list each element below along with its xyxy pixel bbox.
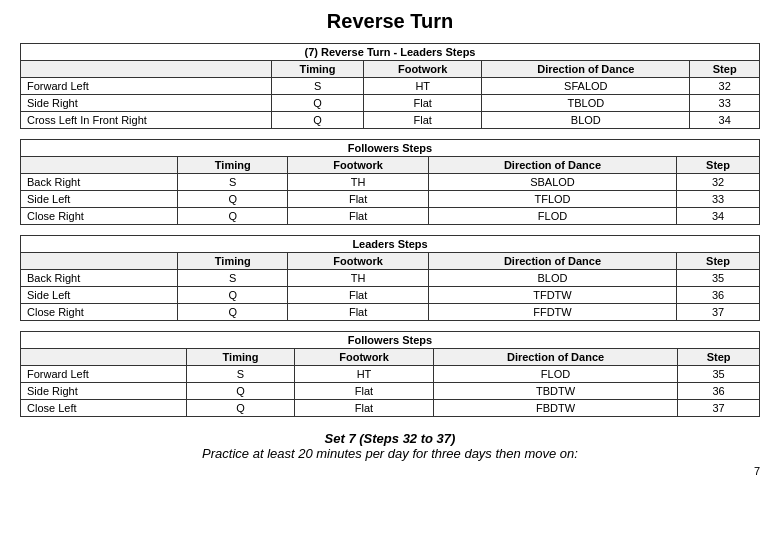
table-row: Cross Left In Front RightQFlatBLOD34 xyxy=(21,112,760,129)
cell-2: Flat xyxy=(295,383,434,400)
col-header: Timing xyxy=(271,61,363,78)
cell-1: S xyxy=(178,174,288,191)
cell-2: TH xyxy=(288,270,429,287)
cell-2: TH xyxy=(288,174,429,191)
section-followers-steps-2: Followers StepsTimingFootworkDirection o… xyxy=(20,331,760,417)
col-header: Timing xyxy=(178,157,288,174)
table-row: Close RightQFlatFLOD34 xyxy=(21,208,760,225)
cell-1: S xyxy=(186,366,294,383)
cell-2: Flat xyxy=(288,208,429,225)
section-followers-steps-1: Followers StepsTimingFootworkDirection o… xyxy=(20,139,760,225)
cell-4: 37 xyxy=(677,304,760,321)
cell-3: FLOD xyxy=(433,366,677,383)
section-label-2: Leaders Steps xyxy=(21,236,760,253)
table-row: Back RightSTHBLOD35 xyxy=(21,270,760,287)
cell-4: 36 xyxy=(678,383,760,400)
cell-3: BLOD xyxy=(482,112,690,129)
table-row: Back RightSTHSBALOD32 xyxy=(21,174,760,191)
cell-3: SBALOD xyxy=(428,174,676,191)
cell-3: FBDTW xyxy=(433,400,677,417)
cell-0: Cross Left In Front Right xyxy=(21,112,272,129)
col-header: Step xyxy=(690,61,760,78)
cell-0: Side Left xyxy=(21,191,178,208)
cell-3: SFALOD xyxy=(482,78,690,95)
cell-1: Q xyxy=(186,400,294,417)
cell-0: Close Left xyxy=(21,400,187,417)
footer-line2: Practice at least 20 minutes per day for… xyxy=(20,446,760,461)
cell-1: Q xyxy=(186,383,294,400)
cell-3: FFDTW xyxy=(428,304,676,321)
cell-2: Flat xyxy=(288,304,429,321)
cell-2: HT xyxy=(295,366,434,383)
cell-2: Flat xyxy=(364,95,482,112)
table-row: Forward LeftSHTSFALOD32 xyxy=(21,78,760,95)
col-header: Direction of Dance xyxy=(433,349,677,366)
page-title: Reverse Turn xyxy=(20,10,760,33)
cell-1: Q xyxy=(271,112,363,129)
section-label-1: Followers Steps xyxy=(21,140,760,157)
cell-0: Side Right xyxy=(21,95,272,112)
cell-2: Flat xyxy=(288,287,429,304)
cell-1: S xyxy=(271,78,363,95)
section-label-3: Followers Steps xyxy=(21,332,760,349)
cell-0: Back Right xyxy=(21,270,178,287)
table-row: Side RightQFlatTBDTW36 xyxy=(21,383,760,400)
cell-4: 32 xyxy=(677,174,760,191)
cell-0: Forward Left xyxy=(21,366,187,383)
cell-1: S xyxy=(178,270,288,287)
section-label-0: (7) Reverse Turn - Leaders Steps xyxy=(21,44,760,61)
cell-0: Close Right xyxy=(21,208,178,225)
table-row: Forward LeftSHTFLOD35 xyxy=(21,366,760,383)
col-header: Direction of Dance xyxy=(428,253,676,270)
cell-3: TBLOD xyxy=(482,95,690,112)
table-row: Side LeftQFlatTFDTW36 xyxy=(21,287,760,304)
cell-4: 33 xyxy=(690,95,760,112)
cell-4: 37 xyxy=(678,400,760,417)
col-header: Footwork xyxy=(288,157,429,174)
section-leaders-steps-1: (7) Reverse Turn - Leaders StepsTimingFo… xyxy=(20,43,760,129)
cell-1: Q xyxy=(178,191,288,208)
col-header: Direction of Dance xyxy=(482,61,690,78)
cell-0: Side Left xyxy=(21,287,178,304)
cell-0: Forward Left xyxy=(21,78,272,95)
col-header: Timing xyxy=(186,349,294,366)
table-followers-steps-2: Followers StepsTimingFootworkDirection o… xyxy=(20,331,760,417)
table-leaders-steps-2: Leaders StepsTimingFootworkDirection of … xyxy=(20,235,760,321)
col-header: Timing xyxy=(178,253,288,270)
footer-line1: Set 7 (Steps 32 to 37) xyxy=(20,431,760,446)
col-header: Direction of Dance xyxy=(428,157,676,174)
cell-4: 32 xyxy=(690,78,760,95)
cell-1: Q xyxy=(178,287,288,304)
table-row: Side RightQFlatTBLOD33 xyxy=(21,95,760,112)
cell-4: 34 xyxy=(690,112,760,129)
cell-2: Flat xyxy=(364,112,482,129)
cell-3: TFDTW xyxy=(428,287,676,304)
table-leaders-steps-1: (7) Reverse Turn - Leaders StepsTimingFo… xyxy=(20,43,760,129)
page-number: 7 xyxy=(20,465,760,477)
cell-3: TBDTW xyxy=(433,383,677,400)
cell-1: Q xyxy=(178,304,288,321)
cell-4: 35 xyxy=(677,270,760,287)
section-leaders-steps-2: Leaders StepsTimingFootworkDirection of … xyxy=(20,235,760,321)
col-header: Footwork xyxy=(288,253,429,270)
col-header: Footwork xyxy=(295,349,434,366)
cell-0: Side Right xyxy=(21,383,187,400)
cell-2: HT xyxy=(364,78,482,95)
cell-2: Flat xyxy=(288,191,429,208)
cell-4: 33 xyxy=(677,191,760,208)
cell-2: Flat xyxy=(295,400,434,417)
cell-1: Q xyxy=(271,95,363,112)
cell-1: Q xyxy=(178,208,288,225)
cell-4: 36 xyxy=(677,287,760,304)
table-followers-steps-1: Followers StepsTimingFootworkDirection o… xyxy=(20,139,760,225)
cell-3: FLOD xyxy=(428,208,676,225)
cell-3: TFLOD xyxy=(428,191,676,208)
cell-0: Close Right xyxy=(21,304,178,321)
col-header: Footwork xyxy=(364,61,482,78)
table-row: Side LeftQFlatTFLOD33 xyxy=(21,191,760,208)
cell-3: BLOD xyxy=(428,270,676,287)
cell-4: 34 xyxy=(677,208,760,225)
col-header: Step xyxy=(677,253,760,270)
cell-4: 35 xyxy=(678,366,760,383)
table-row: Close LeftQFlatFBDTW37 xyxy=(21,400,760,417)
